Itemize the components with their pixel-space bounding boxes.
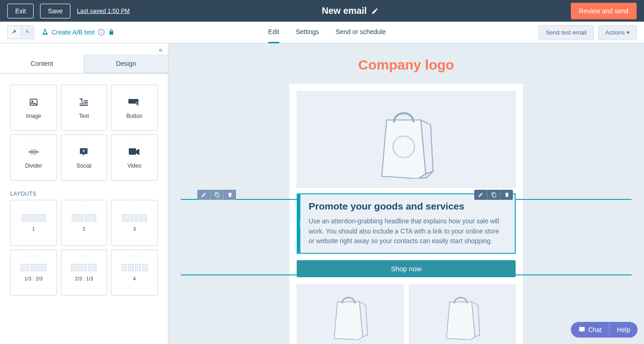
module-edit-button[interactable] (474, 190, 487, 200)
row-edit-button[interactable] (197, 190, 210, 200)
shopping-bag-icon (442, 289, 483, 340)
svg-point-4 (32, 101, 33, 102)
module-toolbar (474, 190, 513, 200)
block-text[interactable]: :::::: Text (61, 85, 108, 131)
row-clone-button[interactable] (210, 190, 223, 200)
undo-redo-group (7, 25, 34, 39)
page-title: New email (322, 6, 367, 16)
block-button[interactable]: :::::: Button (111, 85, 158, 131)
svg-rect-1 (101, 32, 102, 34)
layout-1[interactable]: :::::: 1 (10, 200, 57, 246)
company-logo-text[interactable]: Company logo (289, 57, 523, 73)
text-icon (79, 96, 89, 108)
info-icon (98, 29, 105, 36)
top-bar: Exit Save Last saved 1:50 PM New email R… (0, 0, 644, 22)
lock-icon (108, 29, 115, 36)
module-clone-button[interactable] (487, 190, 500, 200)
tab-settings[interactable]: Settings (296, 22, 319, 43)
row-delete-button[interactable] (223, 190, 236, 200)
svg-text:#: # (83, 149, 85, 153)
selected-text-module[interactable]: ⋮⋮⋮⋮⋮⋮ Promote your goods and services U… (297, 193, 516, 254)
block-social[interactable]: :::::: # Social (61, 134, 108, 181)
collapse-sidebar-icon[interactable]: « (159, 46, 162, 53)
chat-icon (578, 326, 586, 333)
layout-23-13[interactable]: :::::: 2/3 : 1/3 (61, 250, 108, 296)
exit-button[interactable]: Exit (7, 4, 34, 18)
social-icon: # (79, 146, 89, 158)
tab-edit[interactable]: Edit (268, 22, 279, 43)
row-toolbar (197, 190, 236, 200)
module-delete-button[interactable] (500, 190, 513, 200)
shopping-bag-icon (376, 100, 436, 179)
send-test-email-button[interactable]: Send test email (539, 25, 594, 40)
drag-handle-icon[interactable]: ⋮⋮⋮⋮⋮⋮ (298, 220, 307, 227)
shop-now-button[interactable]: Shop now (297, 260, 516, 277)
block-divider[interactable]: :::::: Divider (10, 134, 57, 181)
secondary-image-1[interactable] (297, 285, 403, 344)
email-canvas[interactable]: Company logo (168, 43, 644, 344)
svg-rect-10 (129, 148, 136, 155)
button-icon (128, 96, 140, 108)
image-icon (29, 96, 39, 108)
layout-2[interactable]: :::::: 2 (61, 200, 108, 246)
create-ab-test-link[interactable]: Create A/B test (41, 29, 115, 36)
promo-heading[interactable]: Promote your goods and services (309, 201, 506, 212)
svg-rect-2 (101, 30, 102, 31)
chat-help-widget: Chat Help (571, 322, 638, 338)
sidebar-tab-content[interactable]: Content (0, 54, 84, 73)
block-image[interactable]: :::::: Image (10, 85, 57, 131)
divider-icon (29, 146, 39, 158)
redo-button[interactable] (21, 26, 34, 39)
sidebar-tab-design[interactable]: Design (84, 54, 168, 73)
layout-3[interactable]: :::::: 3 (111, 200, 158, 246)
layout-13-23[interactable]: :::::: 1/3 : 2/3 (10, 250, 57, 296)
help-button[interactable]: Help (609, 322, 638, 338)
last-saved-label[interactable]: Last saved 1:50 PM (77, 7, 130, 14)
review-and-send-button[interactable]: Review and send (571, 3, 637, 19)
block-video[interactable]: :::::: Video (111, 134, 158, 181)
secondary-image-2[interactable] (409, 285, 516, 344)
ab-test-label: Create A/B test (52, 29, 95, 36)
save-button[interactable]: Save (40, 4, 70, 18)
actions-menu[interactable]: Actions ▾ (598, 25, 637, 40)
video-icon (129, 146, 140, 158)
promo-body[interactable]: Use an attention-grabbing headline that … (309, 216, 506, 246)
tab-send-schedule[interactable]: Send or schedule (336, 22, 386, 43)
chat-button[interactable]: Chat (571, 322, 610, 338)
left-sidebar: « Content Design :::::: Image :::::: Tex… (0, 43, 168, 344)
chevron-down-icon: ▾ (627, 29, 630, 36)
layout-4[interactable]: :::::: 4 (111, 250, 158, 296)
edit-title-icon[interactable] (371, 7, 379, 15)
hero-image-placeholder[interactable] (297, 91, 516, 188)
editor-sub-bar: Create A/B test Edit Settings Send or sc… (0, 22, 644, 43)
layouts-heading: LAYOUTS (0, 184, 168, 200)
undo-button[interactable] (8, 26, 21, 39)
shopping-bag-icon (329, 289, 371, 340)
email-body: ⋮⋮⋮⋮⋮⋮ Promote your goods and services U… (289, 84, 523, 344)
